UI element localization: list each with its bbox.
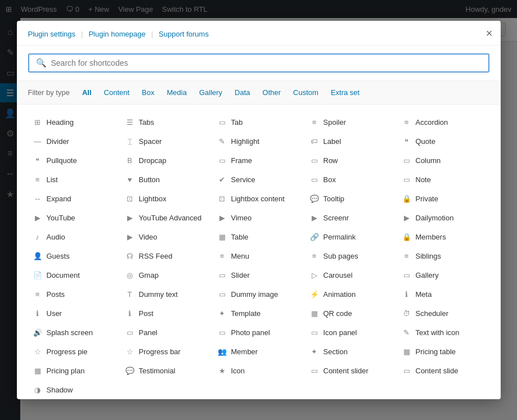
grid-item-tabs[interactable]: ☰Tabs [120, 114, 213, 130]
filter-data[interactable]: Data [230, 87, 254, 98]
grid-item-frame[interactable]: ▭Frame [213, 152, 305, 169]
filter-custom[interactable]: Custom [289, 87, 323, 98]
grid-item-guests[interactable]: 👤Guests [28, 247, 120, 264]
grid-item-dailymotion[interactable]: ▶Dailymotion [397, 209, 489, 226]
grid-item-accordion[interactable]: ≡Accordion [397, 114, 489, 130]
grid-item-section[interactable]: ✦Section [305, 343, 397, 360]
item-label: Permalink [323, 233, 356, 241]
grid-item-vimeo[interactable]: ▶Vimeo [213, 209, 305, 226]
grid-item-private[interactable]: 🔒Private [397, 190, 489, 207]
filter-box[interactable]: Box [137, 87, 159, 98]
grid-item-column[interactable]: ▭Column [397, 152, 489, 169]
grid-item-tooltip[interactable]: 💬Tooltip [305, 190, 397, 207]
grid-item-document[interactable]: 📄Document [28, 267, 120, 283]
grid-item-expand[interactable]: ↔Expand [28, 190, 120, 207]
grid-item-screenr[interactable]: ▶Screenr [305, 209, 397, 226]
item-icon: ≡ [402, 251, 412, 261]
grid-item-youtube-advanced[interactable]: ▶YouTube Advanced [120, 209, 213, 226]
grid-item-audio[interactable]: ♪Audio [28, 228, 120, 245]
grid-item-gallery[interactable]: ▭Gallery [397, 267, 489, 283]
grid-item-heading[interactable]: ⊞Heading [28, 114, 120, 130]
grid-item-panel[interactable]: ▭Panel [120, 324, 213, 341]
grid-item-text-with-icon[interactable]: ✎Text with icon [397, 324, 489, 341]
grid-item-pricing-plan[interactable]: ▦Pricing plan [28, 362, 120, 379]
grid-item-youtube[interactable]: ▶YouTube [28, 209, 120, 226]
grid-item-siblings[interactable]: ≡Siblings [397, 247, 489, 264]
search-input[interactable] [51, 58, 482, 67]
grid-item-content-slider[interactable]: ▭Content slider [305, 362, 397, 379]
grid-item-animation[interactable]: ⚡Animation [305, 286, 397, 302]
item-icon: ▭ [217, 270, 227, 280]
plugin-settings-link[interactable]: Plugin settings [28, 30, 76, 38]
grid-item-highlight[interactable]: ✎Highlight [213, 133, 305, 150]
item-icon: ▭ [217, 117, 227, 127]
grid-item-member[interactable]: 👥Member [213, 343, 305, 360]
item-label: Audio [47, 233, 65, 241]
grid-item-sub-pages[interactable]: ≡Sub pages [305, 247, 397, 264]
plugin-homepage-link[interactable]: Plugin homepage [88, 30, 145, 38]
grid-item-photo-panel[interactable]: ▭Photo panel [213, 324, 305, 341]
grid-item-members[interactable]: 🔒Members [397, 228, 489, 245]
grid-item-box[interactable]: ▭Box [305, 171, 397, 188]
grid-item-list[interactable]: ≡List [28, 171, 120, 188]
grid-item-posts[interactable]: ≡Posts [28, 286, 120, 302]
grid-item-scheduler[interactable]: ⏱Scheduler [397, 305, 489, 322]
item-label: Testimonial [139, 367, 176, 375]
grid-item-post[interactable]: ℹPost [120, 305, 213, 322]
grid-item-lightbox-content[interactable]: ⊡Lightbox content [213, 190, 305, 207]
grid-item-menu[interactable]: ≡Menu [213, 247, 305, 264]
grid-item-button[interactable]: ♥Button [120, 171, 213, 188]
filter-other[interactable]: Other [258, 87, 286, 98]
grid-item-rss-feed[interactable]: ☊RSS Feed [120, 247, 213, 264]
grid-item-progress-pie[interactable]: ☆Progress pie [28, 343, 120, 360]
filter-gallery[interactable]: Gallery [195, 87, 227, 98]
grid-item-shadow[interactable]: ◑Shadow [28, 381, 120, 398]
filter-media[interactable]: Media [163, 87, 191, 98]
grid-item-template[interactable]: ✦Template [213, 305, 305, 322]
grid-item-testimonial[interactable]: 💬Testimonial [120, 362, 213, 379]
grid-item-carousel[interactable]: ▷Carousel [305, 267, 397, 283]
grid-item-dummy-image[interactable]: ▭Dummy image [213, 286, 305, 302]
item-icon: ★ [217, 365, 227, 376]
grid-item-table[interactable]: ▦Table [213, 228, 305, 245]
grid-item-user[interactable]: ℹUser [28, 305, 120, 322]
grid-item-pullquote[interactable]: ❝Pullquote [28, 152, 120, 169]
grid-item-qr-code[interactable]: ▦QR code [305, 305, 397, 322]
support-forums-link[interactable]: Support forums [159, 30, 209, 38]
grid-item-row[interactable]: ▭Row [305, 152, 397, 169]
item-icon: ▭ [217, 289, 227, 299]
filter-all[interactable]: All [78, 87, 96, 98]
modal-close-button[interactable]: × [486, 28, 493, 39]
grid-item-note[interactable]: ▭Note [397, 171, 489, 188]
grid-item-video[interactable]: ▶Video [120, 228, 213, 245]
item-icon: ♥ [125, 174, 135, 184]
grid-item-progress-bar[interactable]: ☆Progress bar [120, 343, 213, 360]
grid-item-lightbox[interactable]: ⊡Lightbox [120, 190, 213, 207]
grid-item-service[interactable]: ✔Service [213, 171, 305, 188]
grid-item-splash-screen[interactable]: 🔊Splash screen [28, 324, 120, 341]
item-label: Carousel [323, 271, 353, 279]
item-icon: ✦ [309, 346, 320, 356]
grid-item-gmap[interactable]: ◎Gmap [120, 267, 213, 283]
item-label: Progress bar [139, 347, 181, 356]
modal-overlay[interactable]: Plugin settings | Plugin homepage | Supp… [0, 0, 517, 420]
grid-item-pricing-table[interactable]: ▦Pricing table [397, 343, 489, 360]
grid-item-dummy-text[interactable]: TDummy text [120, 286, 213, 302]
grid-item-content-slide[interactable]: ▭Content slide [397, 362, 489, 379]
item-label: Template [231, 309, 261, 318]
filter-content[interactable]: Content [100, 87, 134, 98]
grid-item-quote[interactable]: ❝Quote [397, 133, 489, 150]
grid-item-icon-panel[interactable]: ▭Icon panel [305, 324, 397, 341]
grid-item-tab[interactable]: ▭Tab [213, 114, 305, 130]
grid-item-spacer[interactable]: ⌶Spacer [120, 133, 213, 150]
grid-item-meta[interactable]: ℹMeta [397, 286, 489, 302]
grid-item-icon[interactable]: ★Icon [213, 362, 305, 379]
grid-item-label[interactable]: 🏷Label [305, 133, 397, 150]
item-label: Vimeo [231, 214, 252, 222]
grid-item-permalink[interactable]: 🔗Permalink [305, 228, 397, 245]
grid-item-slider[interactable]: ▭Slider [213, 267, 305, 283]
grid-item-dropcap[interactable]: BDropcap [120, 152, 213, 169]
grid-item-divider[interactable]: —Divider [28, 133, 120, 150]
grid-item-spoiler[interactable]: ≡Spoiler [305, 114, 397, 130]
filter-extra-set[interactable]: Extra set [326, 87, 364, 98]
